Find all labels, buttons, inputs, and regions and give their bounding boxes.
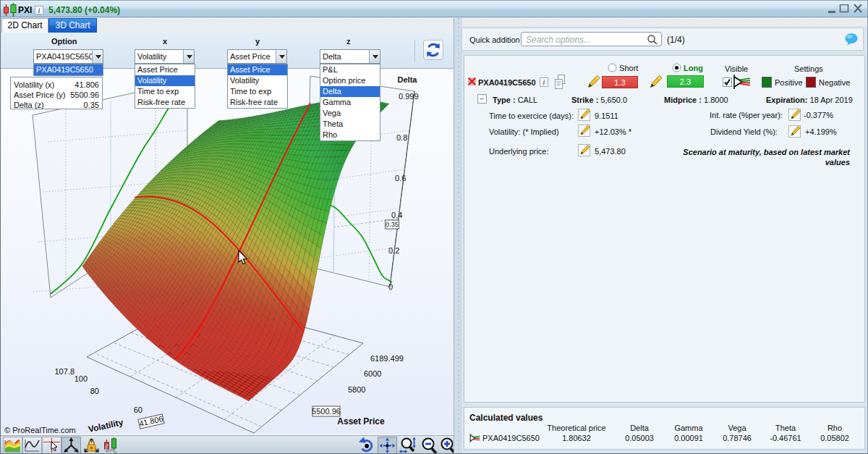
svg-text:0.35: 0.35 bbox=[386, 221, 399, 228]
svg-text:6189.499: 6189.499 bbox=[370, 354, 404, 363]
svg-text:60: 60 bbox=[134, 405, 142, 414]
svg-text:5500.96: 5500.96 bbox=[312, 407, 341, 416]
svg-text:107.8: 107.8 bbox=[54, 367, 75, 376]
svg-text:0.4: 0.4 bbox=[391, 211, 402, 219]
svg-text:0.2: 0.2 bbox=[388, 246, 399, 255]
svg-text:0: 0 bbox=[388, 282, 393, 291]
svg-text:0.6: 0.6 bbox=[395, 174, 406, 182]
svg-text:100: 100 bbox=[75, 374, 88, 383]
svg-text:0.8: 0.8 bbox=[396, 133, 407, 142]
svg-text:80: 80 bbox=[90, 387, 99, 395]
svg-text:6000: 6000 bbox=[364, 369, 381, 378]
svg-text:0.999: 0.999 bbox=[399, 92, 419, 101]
svg-text:5800: 5800 bbox=[348, 385, 365, 394]
svg-text:Delta: Delta bbox=[398, 75, 418, 84]
svg-text:Asset Price: Asset Price bbox=[337, 416, 385, 426]
